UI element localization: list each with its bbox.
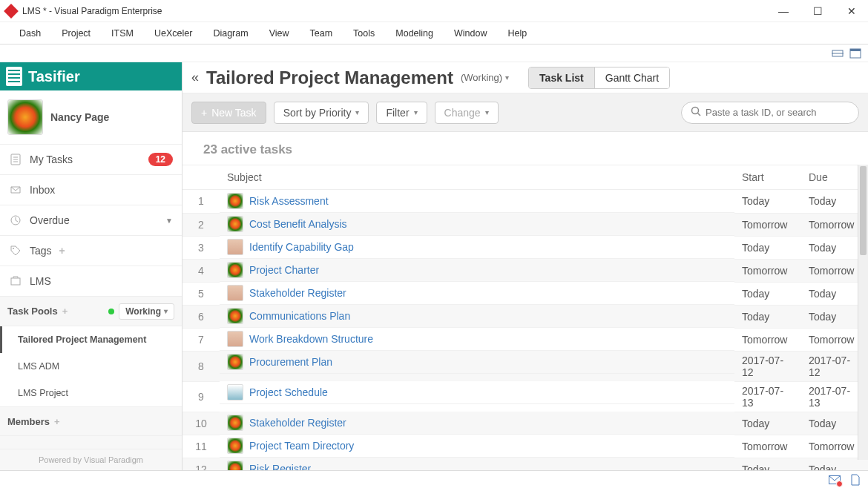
task-start: Tomorrow [734, 259, 801, 282]
window-controls: — ☐ ✕ [773, 4, 862, 19]
task-start: Today [734, 236, 801, 259]
user-row[interactable]: Nancy Page [0, 90, 182, 145]
table-row[interactable]: 2Cost Benefit AnalysisTomorrowTomorrow [183, 213, 868, 236]
task-subject[interactable]: Project Team Directory [249, 440, 354, 452]
task-subject[interactable]: Work Breakdown Structure [249, 333, 373, 345]
minimize-button[interactable]: — [773, 4, 794, 19]
add-member-icon[interactable]: + [54, 416, 60, 427]
assignee-avatar [227, 384, 243, 400]
table-row[interactable]: 6Communications PlanTodayToday [183, 305, 868, 328]
mail-icon[interactable] [828, 474, 841, 486]
table-row[interactable]: 7Work Breakdown StructureTomorrowTomorro… [183, 328, 868, 351]
menu-dash[interactable]: Dash [9, 28, 51, 39]
pool-list: Tailored Project Management LMS ADM LMS … [0, 326, 182, 406]
assignee-avatar [227, 285, 243, 301]
task-table: Subject Start Due 1Risk AssessmentTodayT… [183, 165, 868, 470]
notification-dot [836, 481, 843, 487]
menu-view[interactable]: View [259, 28, 300, 39]
task-pools-header: Task Pools + Working ▾ [0, 297, 182, 326]
svg-point-11 [692, 107, 699, 113]
task-subject[interactable]: Communications Plan [249, 310, 350, 322]
assignee-avatar [227, 193, 243, 209]
task-subject[interactable]: Stakeholder Register [249, 417, 346, 429]
pool-item-tailored[interactable]: Tailored Project Management [0, 326, 182, 353]
sidebar-item-tags[interactable]: Tags + [0, 236, 182, 266]
row-number: 7 [183, 328, 220, 351]
page-header: « Tailored Project Management (Working) … [183, 62, 868, 93]
col-start[interactable]: Start [734, 165, 801, 190]
col-subject[interactable]: Subject [220, 165, 734, 190]
search-input[interactable] [706, 107, 849, 118]
menu-help[interactable]: Help [497, 28, 537, 39]
task-subject[interactable]: Project Schedule [249, 386, 328, 398]
sidebar-item-overdue[interactable]: Overdue ▼ [0, 205, 182, 236]
assignee-avatar [227, 216, 243, 232]
table-row[interactable]: 9Project Schedule2017-07-132017-07-13 [183, 381, 868, 412]
row-number: 2 [183, 213, 220, 236]
working-filter[interactable]: Working ▾ [119, 303, 174, 320]
menu-diagram[interactable]: Diagram [203, 28, 258, 39]
new-task-button[interactable]: + New Task [191, 102, 266, 124]
menu-project[interactable]: Project [51, 28, 101, 39]
menu-team[interactable]: Team [300, 28, 343, 39]
project-status[interactable]: (Working) ▾ [461, 72, 509, 83]
close-button[interactable]: ✕ [841, 4, 862, 19]
sidebar-item-label: Tags [30, 245, 52, 257]
assignee-avatar [227, 438, 243, 454]
toolbar-icons [0, 44, 868, 62]
task-count-badge: 12 [148, 153, 173, 166]
task-subject[interactable]: Cost Benefit Analysis [249, 218, 347, 230]
table-row[interactable]: 3Identify Capability GapTodayToday [183, 236, 868, 259]
page-title: Tailored Project Management [206, 67, 453, 88]
pool-item-lms-adm[interactable]: LMS ADM [0, 353, 182, 380]
menu-window[interactable]: Window [444, 28, 497, 39]
table-row[interactable]: 12Risk RegisterTodayToday [183, 458, 868, 470]
menu-uexceler[interactable]: UeXceler [144, 28, 203, 39]
panel-tool-icon[interactable] [849, 47, 862, 59]
task-subject[interactable]: Risk Assessment [249, 195, 329, 207]
table-row[interactable]: 5Stakeholder RegisterTodayToday [183, 282, 868, 305]
tab-task-list[interactable]: Task List [529, 67, 594, 88]
menu-itsm[interactable]: ITSM [101, 28, 144, 39]
table-row[interactable]: 10Stakeholder RegisterTodayToday [183, 412, 868, 435]
statusbar [0, 470, 868, 488]
tab-gantt-chart[interactable]: Gantt Chart [594, 67, 669, 88]
change-button[interactable]: Change ▾ [435, 102, 499, 124]
members-header: Members + [0, 406, 182, 436]
document-icon[interactable] [849, 474, 862, 486]
task-start: Tomorrow [734, 213, 801, 236]
table-row[interactable]: 8Procurement Plan2017-07-122017-07-12 [183, 351, 868, 381]
search-box[interactable] [681, 102, 859, 124]
add-tag-icon[interactable]: + [59, 245, 65, 257]
task-subject[interactable]: Risk Register [249, 463, 311, 470]
sidebar-item-inbox[interactable]: Inbox [0, 175, 182, 205]
task-subject[interactable]: Project Charter [249, 264, 319, 276]
pool-item-lms-project[interactable]: LMS Project [0, 380, 182, 406]
app-icon [4, 4, 19, 19]
svg-point-9 [13, 248, 14, 249]
sidebar-item-lms[interactable]: LMS [0, 266, 182, 297]
table-row[interactable]: 11Project Team DirectoryTomorrowTomorrow [183, 435, 868, 458]
chevron-down-icon: ▾ [164, 307, 168, 315]
maximize-button[interactable]: ☐ [807, 4, 828, 19]
back-button[interactable]: « [191, 70, 199, 85]
table-row[interactable]: 4Project CharterTomorrowTomorrow [183, 259, 868, 282]
vertical-scrollbar[interactable] [858, 165, 868, 460]
view-tabs: Task List Gantt Chart [528, 67, 670, 89]
task-subject[interactable]: Procurement Plan [249, 356, 332, 368]
menu-tools[interactable]: Tools [343, 28, 385, 39]
action-bar: + New Task Sort by Priority ▾ Filter ▾ C… [183, 93, 868, 132]
sort-button[interactable]: Sort by Priority ▾ [274, 102, 369, 124]
menu-modeling[interactable]: Modeling [385, 28, 444, 39]
task-subject[interactable]: Stakeholder Register [249, 287, 346, 299]
task-subject[interactable]: Identify Capability Gap [249, 241, 354, 253]
sidebar-item-my-tasks[interactable]: My Tasks 12 [0, 145, 182, 175]
diagram-tool-icon[interactable] [831, 47, 844, 59]
table-row[interactable]: 1Risk AssessmentTodayToday [183, 190, 868, 214]
chevron-down-icon: ▾ [505, 73, 509, 82]
task-table-scroll[interactable]: Subject Start Due 1Risk AssessmentTodayT… [183, 165, 868, 470]
add-pool-icon[interactable]: + [62, 306, 68, 317]
assignee-avatar [227, 415, 243, 431]
search-icon [691, 106, 701, 119]
filter-button[interactable]: Filter ▾ [376, 102, 427, 124]
